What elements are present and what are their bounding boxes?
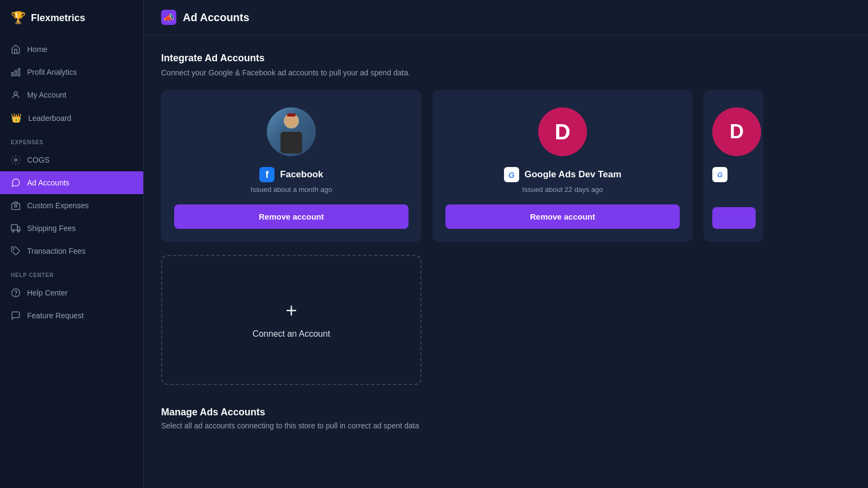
svg-point-9	[17, 230, 20, 232]
logo-area: 🏆 Flexmetrics	[0, 0, 143, 38]
megaphone-icon	[11, 178, 21, 188]
truck-icon	[11, 223, 21, 233]
sidebar: 🏆 Flexmetrics Home Profit Analytics My A…	[0, 0, 144, 488]
main-content-body: Integrate Ad Accounts Connect your Googl…	[144, 35, 868, 488]
main-content: 📣 Ad Accounts Integrate Ad Accounts Conn…	[144, 0, 868, 488]
facebook-icon: f	[259, 167, 275, 182]
crown-icon: 👑	[11, 113, 22, 123]
question-icon	[11, 288, 21, 298]
svg-point-4	[15, 159, 17, 162]
page-header-icon: 📣	[161, 10, 176, 25]
nav-feature-request-label: Feature Request	[27, 311, 84, 320]
partial-avatar: D	[712, 107, 761, 156]
nav-transaction-fees-label: Transaction Fees	[27, 247, 86, 255]
svg-point-6	[15, 205, 17, 208]
connect-label: Connect an Account	[252, 329, 330, 339]
bar-chart-icon	[11, 67, 21, 77]
user-icon	[11, 90, 21, 100]
partial-third-card: D G	[704, 90, 763, 242]
svg-point-10	[14, 249, 15, 250]
partial-google-icon: G	[712, 167, 727, 182]
expenses-section-label: EXPENSES	[0, 130, 143, 149]
svg-point-15	[286, 115, 297, 126]
nav-shipping-fees[interactable]: Shipping Fees	[0, 217, 143, 240]
home-icon	[11, 44, 21, 54]
nav-help-center[interactable]: Help Center	[0, 281, 143, 304]
partial-name-row: G	[712, 167, 727, 182]
svg-point-3	[14, 92, 17, 95]
help-section-label: HELP CENTER	[0, 262, 143, 281]
nav-cogs[interactable]: COGS	[0, 149, 143, 171]
svg-rect-0	[18, 68, 20, 76]
google-dev-account-card: D G Google Ads Dev Team Issued about 22 …	[432, 90, 693, 242]
nav-ad-accounts[interactable]: Ad Accounts	[0, 171, 143, 194]
facebook-issued: Issued about a month ago	[251, 185, 332, 194]
integrate-desc: Connect your Google & Facebook ad accoun…	[161, 68, 851, 77]
facebook-account-card: f Facebook Issued about a month ago Remo…	[161, 90, 422, 242]
nav-custom-expenses-label: Custom Expenses	[27, 201, 89, 210]
nav-my-account[interactable]: My Account	[0, 84, 143, 106]
nav-custom-expenses[interactable]: Custom Expenses	[0, 194, 143, 217]
nav-leaderboard[interactable]: 👑 Leaderboard	[0, 106, 143, 130]
google-dev-issued: Issued about 22 days ago	[522, 185, 603, 194]
nav-my-account-label: My Account	[27, 91, 66, 99]
tag-icon	[11, 246, 21, 256]
chat-icon	[11, 311, 21, 320]
svg-rect-7	[11, 224, 17, 230]
logo-icon: 🏆	[11, 11, 25, 25]
facebook-account-name: Facebook	[280, 169, 323, 180]
logo-text: Flexmetrics	[31, 12, 85, 24]
svg-point-8	[12, 230, 14, 232]
nav-feature-request[interactable]: Feature Request	[0, 304, 143, 327]
svg-rect-1	[15, 70, 17, 76]
person-silhouette	[275, 110, 308, 153]
nav-home[interactable]: Home	[0, 38, 143, 61]
nav-transaction-fees[interactable]: Transaction Fees	[0, 240, 143, 262]
facebook-remove-button[interactable]: Remove account	[174, 204, 409, 229]
nav-profit-analytics[interactable]: Profit Analytics	[0, 61, 143, 84]
plus-icon: +	[285, 301, 297, 320]
gear-icon	[11, 155, 21, 165]
page-title: Ad Accounts	[183, 11, 250, 24]
google-dev-avatar: D	[538, 107, 587, 156]
nav-shipping-fees-label: Shipping Fees	[27, 224, 76, 233]
nav-ad-accounts-label: Ad Accounts	[27, 178, 69, 187]
nav-help-center-label: Help Center	[27, 288, 68, 297]
connect-account-card[interactable]: + Connect an Account	[161, 255, 422, 385]
nav-leaderboard-label: Leaderboard	[28, 114, 71, 123]
google-dev-name-row: G Google Ads Dev Team	[504, 167, 622, 182]
facebook-name-row: f Facebook	[259, 167, 323, 182]
svg-rect-16	[287, 113, 296, 117]
svg-rect-14	[280, 132, 302, 153]
google-dev-remove-button[interactable]: Remove account	[445, 204, 680, 229]
account-cards-row: f Facebook Issued about a month ago Remo…	[161, 90, 851, 242]
partial-remove-button[interactable]	[712, 207, 756, 229]
page-header: 📣 Ad Accounts	[144, 0, 868, 35]
nav-home-label: Home	[27, 45, 47, 54]
camera-icon	[11, 201, 21, 210]
google-dev-account-name: Google Ads Dev Team	[525, 169, 622, 180]
google-icon: G	[504, 167, 519, 182]
svg-point-12	[16, 294, 16, 295]
nav-cogs-label: COGS	[27, 156, 49, 164]
manage-title: Manage Ads Accounts	[161, 407, 851, 418]
integrate-title: Integrate Ad Accounts	[161, 53, 851, 64]
nav-profit-analytics-label: Profit Analytics	[27, 68, 77, 76]
facebook-avatar	[267, 107, 316, 156]
manage-desc: Select all ad accounts connecting to thi…	[161, 421, 851, 430]
svg-rect-2	[12, 73, 14, 76]
